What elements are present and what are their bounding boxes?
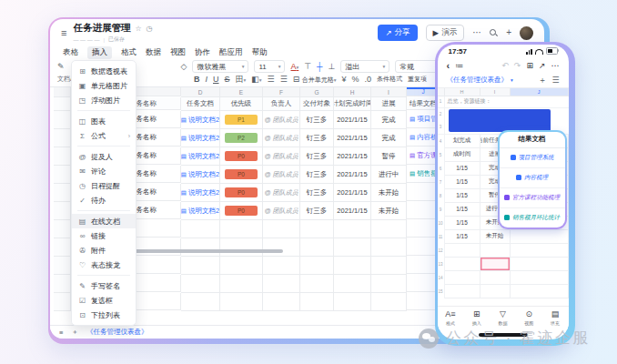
due-date-cell[interactable]: 2021/1/15	[334, 202, 371, 220]
fill-color-icon[interactable]: ◧▾	[251, 76, 261, 84]
cell[interactable]	[480, 244, 511, 258]
header-cell[interactable]: 进展	[371, 97, 407, 111]
sheet-tab[interactable]: 《任务管理仪表盘》	[86, 328, 148, 337]
avatar[interactable]	[520, 26, 533, 40]
merge-cells-button[interactable]: ⊟ 合并单元格▾	[293, 76, 337, 84]
cell[interactable]	[511, 258, 569, 271]
corner-cell[interactable]	[54, 87, 71, 97]
menu-format[interactable]: 格式	[121, 47, 137, 58]
due-date-cell[interactable]: 2021/1/15	[334, 129, 371, 147]
align-bottom-icon[interactable]: ⊥	[328, 63, 335, 71]
header-cell[interactable]: 任务文档	[181, 97, 220, 111]
priority-cell[interactable]: P2	[220, 129, 263, 147]
font-size-select[interactable]: 11▾	[254, 60, 285, 73]
menu-item-pivot-table[interactable]: ⊞数据透视表	[72, 64, 136, 78]
priority-cell[interactable]: P1	[220, 111, 263, 129]
align-center-icon[interactable]: ☰	[280, 76, 288, 84]
decimal-icon[interactable]: .0	[365, 76, 372, 84]
currency-icon[interactable]: ¥	[342, 76, 347, 84]
due-date-cell[interactable]: 2021/1/15	[334, 184, 371, 202]
cell[interactable]	[445, 285, 480, 298]
progress-cell[interactable]: 未开始	[371, 184, 407, 202]
owner-cell[interactable]: @ 团队成员	[263, 202, 300, 220]
add-sheet-icon[interactable]: ＋	[538, 75, 546, 86]
cell[interactable]	[511, 230, 569, 244]
menu-item-formula[interactable]: Σ公式›	[72, 128, 136, 143]
italic-icon[interactable]: I	[206, 76, 208, 84]
target-cell[interactable]: 钉三多	[300, 147, 334, 166]
more-button[interactable]: ⋯	[472, 28, 481, 37]
banner-image[interactable]	[449, 109, 551, 132]
present-button[interactable]: ▶演示	[426, 25, 465, 41]
column-letter[interactable]: I	[480, 88, 511, 96]
menu-item-signature[interactable]: ✎手写签名	[72, 278, 136, 293]
menu-item-todo[interactable]: ✓待办	[72, 193, 136, 207]
task-doc-cell[interactable]: ▤说明文档2	[181, 111, 220, 129]
cell[interactable]: 成时间	[445, 148, 480, 162]
underline-icon[interactable]: U	[213, 76, 219, 84]
borders-icon[interactable]: 田▾	[236, 76, 247, 84]
add-button[interactable]: +	[506, 28, 511, 37]
toolbar-fill-button[interactable]: ▤填充	[542, 307, 569, 330]
progress-cell[interactable]: 完成	[371, 111, 407, 129]
percent-icon[interactable]: %	[352, 76, 359, 84]
undo-icon[interactable]: ↶	[501, 61, 509, 70]
doc-menu-icon[interactable]: ≡	[61, 28, 66, 38]
target-cell[interactable]: 钉三多	[300, 111, 334, 129]
owner-cell[interactable]: @ 团队成员	[263, 111, 300, 129]
cell[interactable]: 1/15	[445, 176, 480, 189]
column-letter[interactable]: G	[300, 87, 334, 97]
toolbar-format-button[interactable]: A≡格式	[438, 307, 464, 330]
star-icon[interactable]: ☆	[135, 25, 141, 33]
due-date-cell[interactable]: 2021/1/15	[334, 147, 371, 166]
cell[interactable]	[480, 271, 511, 285]
callout-link[interactable]: 项目管理系统	[500, 148, 565, 168]
column-letter[interactable]: H	[334, 87, 371, 97]
phone-sheet-tab[interactable]: 《任务管理仪表盘》	[447, 76, 509, 85]
clear-format-icon[interactable]: ◇	[181, 63, 187, 71]
menu-item-attachment[interactable]: ✇附件	[72, 243, 136, 258]
more-icon[interactable]: ⋯	[551, 61, 560, 70]
strikethrough-icon[interactable]: S	[225, 76, 230, 84]
cell[interactable]	[445, 271, 480, 285]
menu-help[interactable]: 帮助	[252, 47, 268, 58]
cell[interactable]: 1/15	[445, 203, 480, 217]
duplicate-label[interactable]: 重复项	[408, 75, 427, 84]
header-cell[interactable]: 交付对象	[300, 97, 334, 111]
task-doc-cell[interactable]: ▤说明文档2	[181, 184, 220, 202]
redo-icon[interactable]: ↷	[514, 61, 521, 70]
priority-cell[interactable]: P0	[220, 166, 263, 184]
sheet-menu-icon[interactable]: ☰	[551, 76, 559, 85]
progress-cell[interactable]: 进行中	[371, 166, 407, 184]
back-icon[interactable]: ‹	[447, 60, 450, 71]
task-doc-cell[interactable]: ▤说明文档2	[181, 202, 220, 220]
add-sheet-icon[interactable]: ＋	[71, 328, 78, 337]
conditional-format-label[interactable]: 条件格式	[377, 75, 402, 84]
column-letter[interactable]: E	[220, 87, 263, 97]
font-select[interactable]: 微软雅黑▾	[192, 60, 248, 73]
grid-icon[interactable]: ⊞	[526, 61, 533, 70]
menu-item-dropdown-list[interactable]: ⊡下拉列表	[72, 308, 136, 322]
cell[interactable]	[511, 285, 569, 298]
task-doc-cell[interactable]: ▤说明文档2	[181, 129, 220, 147]
target-cell[interactable]: 钉三多	[300, 129, 334, 147]
menu-table[interactable]: 表格	[63, 47, 78, 58]
task-doc-cell[interactable]: ▤说明文档2	[181, 166, 220, 184]
menu-data[interactable]: 数据	[146, 47, 161, 58]
priority-cell[interactable]: P0	[220, 147, 263, 166]
cell[interactable]: 1/15	[445, 217, 480, 230]
cell[interactable]: 未开始	[480, 230, 511, 244]
reminder-clock-icon[interactable]: ◷	[147, 25, 153, 33]
menu-coolapp[interactable]: 酷应用	[219, 47, 243, 58]
cell[interactable]	[511, 244, 569, 258]
callout-link[interactable]: 销售额月环比统计	[500, 208, 565, 228]
cell[interactable]	[511, 271, 569, 285]
column-letter-selected[interactable]: J	[511, 88, 569, 96]
toolbar-data-button[interactable]: ▽数据	[490, 307, 516, 330]
menu-item-comment[interactable]: ✉评论	[72, 164, 136, 178]
progress-cell[interactable]: 暂停	[371, 147, 407, 166]
search-icon[interactable]	[490, 29, 498, 37]
due-date-cell[interactable]: 2021/1/15	[334, 166, 371, 184]
menu-item-chart[interactable]: ◫图表	[72, 114, 136, 128]
cell[interactable]	[445, 258, 480, 271]
